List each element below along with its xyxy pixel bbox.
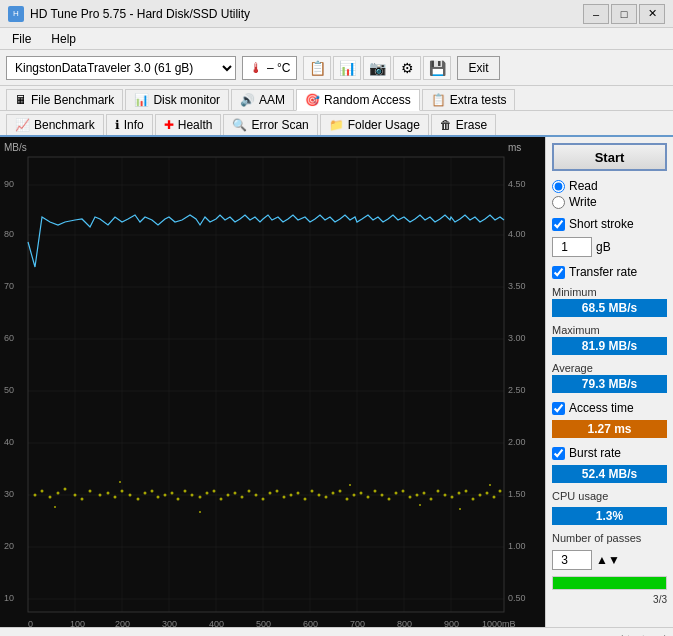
- tab-info[interactable]: ℹ Info: [106, 114, 153, 135]
- tab-extra-tests[interactable]: 📋 Extra tests: [422, 89, 516, 110]
- svg-point-53: [137, 498, 140, 501]
- svg-point-68: [241, 496, 244, 499]
- svg-point-86: [367, 496, 370, 499]
- tab-info-label: Info: [124, 118, 144, 132]
- svg-point-83: [346, 498, 349, 501]
- svg-point-70: [255, 494, 258, 497]
- tab-erase[interactable]: 🗑 Erase: [431, 114, 496, 135]
- status-bar: www.ssd-tester.pl: [0, 627, 673, 636]
- short-stroke-spinbox[interactable]: [552, 237, 592, 257]
- short-stroke-label: Short stroke: [569, 217, 634, 231]
- tab-health[interactable]: ✚ Health: [155, 114, 222, 135]
- tab-folder-usage[interactable]: 📁 Folder Usage: [320, 114, 429, 135]
- erase-icon: 🗑: [440, 118, 452, 132]
- svg-point-93: [416, 494, 419, 497]
- svg-text:ms: ms: [508, 142, 521, 153]
- tab-random-access[interactable]: 🎯 Random Access: [296, 89, 420, 111]
- svg-point-97: [444, 494, 447, 497]
- right-panel: Start Read Write Short stroke gB Transfe…: [545, 137, 673, 627]
- svg-point-63: [206, 492, 209, 495]
- radio-read[interactable]: [552, 180, 565, 193]
- svg-point-85: [360, 492, 363, 495]
- svg-point-102: [479, 494, 482, 497]
- svg-text:3.00: 3.00: [508, 333, 526, 343]
- svg-text:700: 700: [350, 619, 365, 627]
- transfer-rate-checkbox[interactable]: [552, 266, 565, 279]
- svg-text:2.50: 2.50: [508, 385, 526, 395]
- average-value: 79.3 MB/s: [552, 375, 667, 393]
- svg-text:10: 10: [4, 593, 14, 603]
- chart-icon[interactable]: 📊: [333, 56, 361, 80]
- chart-area: MB/s 90 80 70 60 50 40 30 20 10 ms 4.50 …: [0, 137, 545, 627]
- settings-icon[interactable]: ⚙: [393, 56, 421, 80]
- access-time-value: 1.27 ms: [552, 420, 667, 438]
- svg-text:800: 800: [397, 619, 412, 627]
- svg-text:0: 0: [28, 619, 33, 627]
- close-button[interactable]: ✕: [639, 4, 665, 24]
- transfer-rate-label: Transfer rate: [569, 265, 637, 279]
- svg-point-82: [339, 490, 342, 493]
- access-time-checkbox[interactable]: [552, 402, 565, 415]
- main-area: MB/s 90 80 70 60 50 40 30 20 10 ms 4.50 …: [0, 137, 673, 627]
- start-button[interactable]: Start: [552, 143, 667, 171]
- toolbar: KingstonDataTraveler 3.0 (61 gB) 🌡 – °C …: [0, 50, 673, 86]
- svg-point-65: [220, 498, 223, 501]
- health-icon: ✚: [164, 118, 174, 132]
- cpu-usage-label: CPU usage: [552, 490, 667, 502]
- svg-point-92: [409, 496, 412, 499]
- exit-button[interactable]: Exit: [457, 56, 499, 80]
- num-passes-label: Number of passes: [552, 532, 667, 544]
- camera-icon[interactable]: 📷: [363, 56, 391, 80]
- save-icon[interactable]: 💾: [423, 56, 451, 80]
- copy-icon[interactable]: 📋: [303, 56, 331, 80]
- svg-text:2.00: 2.00: [508, 437, 526, 447]
- svg-point-80: [325, 496, 328, 499]
- aam-icon: 🔊: [240, 93, 255, 107]
- burst-rate-checkbox[interactable]: [552, 447, 565, 460]
- radio-write-label: Write: [569, 195, 597, 209]
- minimize-button[interactable]: –: [583, 4, 609, 24]
- short-stroke-spinbox-row: gB: [552, 237, 667, 257]
- menu-help[interactable]: Help: [47, 31, 80, 47]
- svg-text:500: 500: [256, 619, 271, 627]
- tab-disk-monitor[interactable]: 📊 Disk monitor: [125, 89, 229, 110]
- short-stroke-unit: gB: [596, 240, 611, 254]
- maximize-button[interactable]: □: [611, 4, 637, 24]
- info-icon: ℹ: [115, 118, 120, 132]
- passes-input[interactable]: [552, 550, 592, 570]
- svg-text:4.50: 4.50: [508, 179, 526, 189]
- svg-rect-0: [0, 137, 545, 627]
- radio-write[interactable]: [552, 196, 565, 209]
- maximum-section: Maximum 81.9 MB/s: [552, 321, 667, 355]
- watermark-text: www.ssd-tester.pl: [579, 633, 665, 637]
- svg-point-59: [177, 498, 180, 501]
- svg-point-61: [191, 494, 194, 497]
- disk-monitor-icon: 📊: [134, 93, 149, 107]
- svg-point-40: [34, 494, 37, 497]
- tab-extra-tests-label: Extra tests: [450, 93, 507, 107]
- svg-text:600: 600: [303, 619, 318, 627]
- burst-rate-value: 52.4 MB/s: [552, 465, 667, 483]
- short-stroke-checkbox[interactable]: [552, 218, 565, 231]
- tab-random-access-label: Random Access: [324, 93, 411, 107]
- device-selector[interactable]: KingstonDataTraveler 3.0 (61 gB): [6, 56, 236, 80]
- tab-file-benchmark[interactable]: 🖩 File Benchmark: [6, 89, 123, 110]
- maximum-label: Maximum: [552, 324, 667, 336]
- svg-point-91: [402, 490, 405, 493]
- tab-disk-monitor-label: Disk monitor: [153, 93, 220, 107]
- svg-point-54: [144, 492, 147, 495]
- svg-point-111: [459, 508, 461, 510]
- tab-benchmark[interactable]: 📈 Benchmark: [6, 114, 104, 135]
- svg-point-101: [472, 498, 475, 501]
- tab-error-scan[interactable]: 🔍 Error Scan: [223, 114, 317, 135]
- svg-text:1000mB: 1000mB: [482, 619, 516, 627]
- minimum-label: Minimum: [552, 286, 667, 298]
- transfer-rate-row: Transfer rate: [552, 265, 667, 279]
- svg-point-99: [458, 492, 461, 495]
- svg-point-71: [262, 498, 265, 501]
- app-icon: H: [8, 6, 24, 22]
- minimum-value: 68.5 MB/s: [552, 299, 667, 317]
- tab-aam[interactable]: 🔊 AAM: [231, 89, 294, 110]
- svg-point-103: [486, 492, 489, 495]
- menu-file[interactable]: File: [8, 31, 35, 47]
